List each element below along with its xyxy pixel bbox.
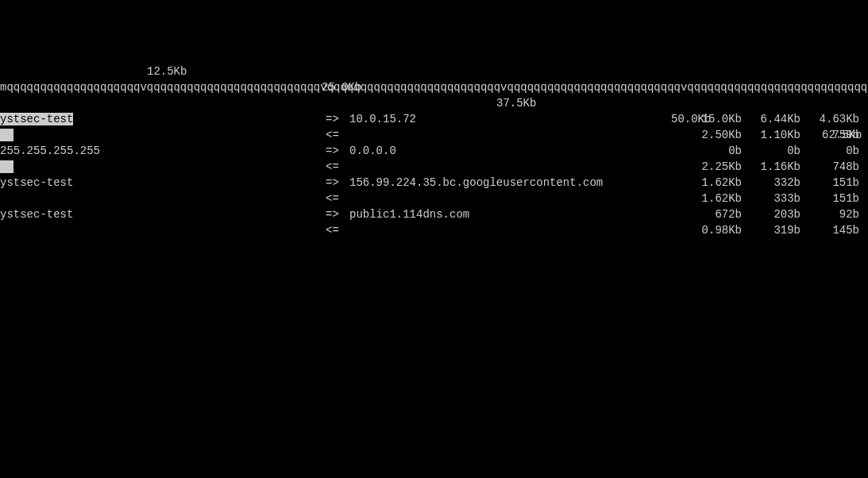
rate-10s: 1.16Kb	[742, 159, 800, 175]
source-host: ystsec-test	[0, 175, 326, 191]
arrow-out-icon: =>	[326, 111, 349, 127]
scale-ruler: mqqqqqqqqqqqqqqqqqqqqvqqqqqqqqqqqqqqqqqq…	[0, 79, 868, 95]
rate-2s: 2.50Kb	[683, 127, 742, 143]
source-host	[0, 191, 326, 206]
scale-tick: 25.0Kb	[322, 79, 361, 95]
rate-2s: 2.25Kb	[683, 159, 742, 175]
arrow-in-icon: <=	[326, 222, 349, 238]
connection-row: <=1.62Kb333b151b	[0, 191, 868, 206]
bandwidth-scale: 12.5Kb 25.0Kb 37.5Kb 50.0Kb 62.5Kb	[0, 48, 868, 64]
dest-host	[349, 191, 683, 206]
rate-10s: 1.10Kb	[742, 127, 800, 143]
arrow-in-icon: <=	[326, 159, 349, 175]
dest-host	[349, 159, 683, 175]
rate-10s: 203b	[742, 206, 800, 222]
connection-row: <=2.50Kb1.10Kb759b	[0, 127, 868, 143]
rate-2s: 672b	[683, 206, 742, 222]
rate-40s: 4.63Kb	[800, 111, 859, 127]
rate-2s: 0b	[683, 143, 742, 159]
scale-tick: 62.5Kb	[822, 127, 862, 143]
rate-40s: 151b	[800, 175, 859, 191]
scale-tick: 50.0Kb	[671, 111, 711, 127]
rate-2s: 0.98Kb	[683, 222, 742, 238]
connection-row: 255.255.255.255=>0.0.0.00b0b0b	[0, 143, 868, 159]
rate-40s: 0b	[800, 143, 859, 159]
rate-40s: 151b	[800, 191, 859, 206]
dest-host	[349, 127, 683, 143]
rate-40s: 92b	[800, 206, 859, 222]
connection-list: ystsec-test=>10.0.15.7215.0Kb6.44Kb4.63K…	[0, 111, 868, 238]
dest-host: 156.99.224.35.bc.googleusercontent.com	[349, 175, 683, 191]
rate-10s: 6.44Kb	[742, 111, 800, 127]
rate-40s: 748b	[800, 159, 859, 175]
dest-host: 10.0.15.72	[349, 111, 683, 127]
source-host: 255.255.255.255	[0, 143, 326, 159]
rate-10s: 0b	[742, 143, 800, 159]
scale-tick: 12.5Kb	[147, 64, 187, 79]
dest-host: 0.0.0.0	[349, 143, 683, 159]
arrow-in-icon: <=	[326, 191, 349, 206]
source-host	[0, 160, 14, 173]
connection-row: ystsec-test=>public1.114dns.com672b203b9…	[0, 206, 868, 222]
connection-row: <=0.98Kb319b145b	[0, 222, 868, 238]
dest-host: public1.114dns.com	[349, 206, 683, 222]
connection-row: <=2.25Kb1.16Kb748b	[0, 159, 868, 175]
source-host: ystsec-test	[0, 113, 73, 125]
source-host	[0, 222, 326, 238]
arrow-out-icon: =>	[326, 206, 349, 222]
source-host	[0, 129, 14, 141]
scale-tick: 37.5Kb	[496, 95, 536, 111]
arrow-out-icon: =>	[326, 143, 349, 159]
rate-10s: 333b	[742, 191, 800, 206]
dest-host	[349, 222, 683, 238]
arrow-in-icon: <=	[326, 127, 349, 143]
rate-2s: 1.62Kb	[683, 175, 742, 191]
spacer	[0, 254, 868, 478]
connection-row: ystsec-test=>156.99.224.35.bc.googleuser…	[0, 175, 868, 191]
source-host: ystsec-test	[0, 206, 326, 222]
rate-10s: 319b	[742, 222, 800, 238]
rate-40s: 145b	[800, 222, 859, 238]
rate-10s: 332b	[742, 175, 800, 191]
rate-2s: 1.62Kb	[683, 191, 742, 206]
arrow-out-icon: =>	[326, 175, 349, 191]
connection-row: ystsec-test=>10.0.15.7215.0Kb6.44Kb4.63K…	[0, 111, 868, 127]
